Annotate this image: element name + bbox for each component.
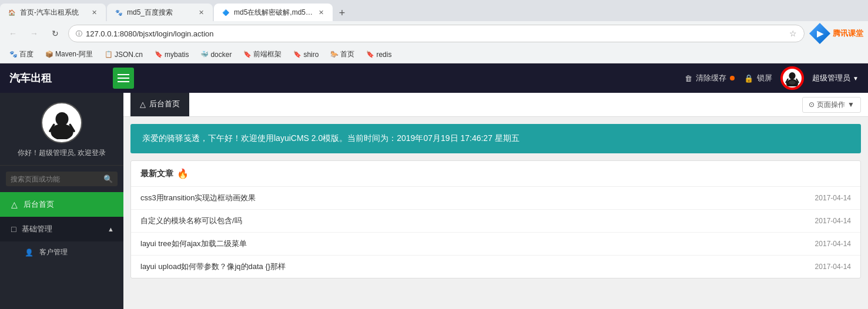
- admin-name-button[interactable]: 超级管理员 ▼: [812, 73, 859, 83]
- admin-avatar-container: [782, 68, 803, 89]
- svg-point-4: [789, 80, 795, 85]
- address-bar: ← → ↻ ⓘ 127.0.0.1:8080/bjsxt/login/login…: [0, 21, 868, 46]
- bookmark-docker[interactable]: 🐳 docker: [196, 49, 236, 60]
- bookmark-mybatis[interactable]: 🔖 mybatis: [150, 49, 193, 60]
- tab-1-favicon: 🏠: [7, 8, 16, 17]
- content-tabs-bar: △ 后台首页 ⊙ 页面操作 ▼: [123, 93, 868, 117]
- sidebar-item-basic-management[interactable]: □ 基础管理 ▲: [0, 217, 123, 241]
- sidebar-item-home[interactable]: △ 后台首页: [0, 192, 123, 217]
- content-tab-home-icon: △: [140, 100, 146, 109]
- article-row-3: layui tree如何ajax加载二级菜单 2017-04-14: [131, 233, 860, 256]
- svg-point-0: [789, 72, 795, 79]
- refresh-button[interactable]: ↻: [47, 25, 63, 42]
- customer-nav-icon: 👤: [25, 248, 33, 257]
- article-date-2: 2017-04-14: [798, 217, 851, 225]
- article-date-4: 2017-04-14: [798, 263, 851, 271]
- bookmark-mybatis-icon: 🔖: [155, 51, 163, 58]
- bookmark-shiro-icon: 🔖: [293, 51, 301, 58]
- page-actions: ⊙ 页面操作 ▼: [802, 97, 861, 113]
- hamburger-button[interactable]: [113, 68, 134, 89]
- bookmark-mybatis-label: mybatis: [165, 51, 189, 59]
- hamburger-line-1: [118, 74, 129, 75]
- sidebar-item-customer[interactable]: 👤 客户管理: [0, 241, 123, 263]
- bookmark-maven-icon: 📦: [45, 51, 53, 58]
- bookmark-maven-label: Maven-阿里: [55, 49, 93, 59]
- bookmark-shiro[interactable]: 🔖 shiro: [289, 49, 323, 60]
- welcome-banner: 亲爱的骑驿笺透，下午好！欢迎使用layuiCMS 2.0模版。当前时间为：201…: [130, 124, 861, 153]
- bookmark-redis[interactable]: 🔖 redis: [361, 49, 396, 60]
- articles-header: 最新文章 🔥: [131, 161, 860, 187]
- tab-bar: 🏠 首页-汽车出租系统 ✕ 🐾 md5_百度搜索 ✕ 🔷 md5在线解密破解,m…: [0, 0, 868, 21]
- bookmark-docker-label: docker: [210, 51, 232, 59]
- url-bar[interactable]: ⓘ 127.0.0.1:8080/bjsxt/login/login.actio…: [68, 25, 805, 42]
- search-icon[interactable]: 🔍: [103, 174, 113, 183]
- sidebar-search-bar[interactable]: 🔍: [6, 172, 118, 186]
- bookmark-baidu[interactable]: 🐾 百度: [5, 48, 38, 61]
- app-logo: 汽车出租: [9, 71, 103, 85]
- bookmark-home-icon: 🐎: [330, 51, 339, 58]
- bookmark-baidu-label: 百度: [19, 49, 33, 59]
- article-row-2: 自定义的模块名称可以包含/吗 2017-04-14: [131, 210, 860, 233]
- page-action-icon: ⊙: [809, 100, 815, 109]
- lock-screen-label: 锁屏: [757, 73, 772, 83]
- tab-1-close[interactable]: ✕: [89, 8, 99, 17]
- sidebar-customer-label: 客户管理: [39, 247, 68, 257]
- page-action-button[interactable]: ⊙ 页面操作 ▼: [802, 97, 861, 113]
- bookmark-shiro-label: shiro: [303, 51, 319, 59]
- articles-title-text: 最新文章: [140, 169, 173, 179]
- tab-1[interactable]: 🏠 首页-汽车出租系统 ✕: [0, 4, 106, 21]
- sidebar-user-section: 你好！超级管理员, 欢迎登录: [0, 93, 123, 166]
- admin-name-text: 超级管理员: [812, 73, 850, 83]
- lock-icon: 🔒: [744, 74, 753, 83]
- new-tab-button[interactable]: +: [334, 5, 350, 21]
- basic-mgmt-nav-icon: □: [11, 224, 16, 234]
- bookmark-maven[interactable]: 📦 Maven-阿里: [41, 48, 98, 61]
- tab-2[interactable]: 🐾 md5_百度搜索 ✕: [107, 4, 213, 21]
- article-row-1: css3用transition实现边框动画效果 2017-04-14: [131, 187, 860, 210]
- tab-2-favicon: 🐾: [114, 8, 123, 17]
- admin-avatar[interactable]: [782, 68, 803, 89]
- sidebar-nav: △ 后台首页 □ 基础管理 ▲ 👤 客户管理: [0, 192, 123, 309]
- bookmark-json-label: JSON.cn: [115, 51, 143, 59]
- app-header: 汽车出租 🗑 清除缓存 🔒 锁屏: [0, 63, 868, 93]
- bookmarks-bar: 🐾 百度 📦 Maven-阿里 📋 JSON.cn 🔖 mybatis 🐳 do…: [0, 46, 868, 63]
- back-button[interactable]: ←: [5, 25, 21, 42]
- hamburger-line-2: [118, 78, 129, 79]
- bookmark-docker-icon: 🐳: [200, 51, 209, 58]
- article-title-2: 自定义的模块名称可以包含/吗: [140, 216, 798, 226]
- article-title-3: layui tree如何ajax加载二级菜单: [140, 239, 798, 249]
- tab-2-label: md5_百度搜索: [127, 8, 173, 18]
- clear-cache-button[interactable]: 🗑 清除缓存: [685, 73, 735, 83]
- sidebar-avatar: [41, 102, 82, 143]
- forward-button[interactable]: →: [26, 25, 42, 42]
- admin-avatar-image: [784, 70, 800, 86]
- tencent-diamond-icon: ▶: [809, 23, 830, 44]
- bookmark-home[interactable]: 🐎 首页: [326, 48, 359, 61]
- article-title-1: css3用transition实现边框动画效果: [140, 193, 798, 203]
- orange-dot-indicator: [730, 76, 735, 80]
- bookmark-frontend[interactable]: 🔖 前端框架: [239, 48, 286, 61]
- sidebar-home-label: 后台首页: [24, 199, 54, 210]
- articles-section: 最新文章 🔥 css3用transition实现边框动画效果 2017-04-1…: [130, 160, 861, 278]
- bookmark-home-label: 首页: [340, 49, 354, 59]
- page-action-dropdown-icon: ▼: [847, 100, 854, 109]
- app-container: 汽车出租 🗑 清除缓存 🔒 锁屏: [0, 63, 868, 309]
- bookmark-baidu-icon: 🐾: [9, 51, 18, 58]
- app-body: 你好！超级管理员, 欢迎登录 🔍 △ 后台首页 □ 基础管理 ▲ 👤 客户管: [0, 93, 868, 309]
- tab-3[interactable]: 🔷 md5在线解密破解,md5解密加密 ✕: [214, 4, 333, 21]
- tab-2-close[interactable]: ✕: [196, 8, 206, 17]
- basic-mgmt-expand-icon: ▲: [108, 226, 114, 233]
- tencent-logo: ▶ 腾讯课堂: [809, 23, 863, 44]
- url-star-icon[interactable]: ☆: [789, 29, 797, 38]
- welcome-message-text: 亲爱的骑驿笺透，下午好！欢迎使用layuiCMS 2.0模版。当前时间为：201…: [142, 133, 520, 143]
- sidebar-avatar-image: [46, 107, 78, 139]
- hamburger-line-3: [118, 81, 129, 82]
- bookmark-json[interactable]: 📋 JSON.cn: [100, 49, 148, 60]
- tab-1-label: 首页-汽车出租系统: [20, 8, 79, 18]
- lock-screen-button[interactable]: 🔒 锁屏: [744, 73, 772, 83]
- sidebar-search-input[interactable]: [11, 175, 100, 183]
- tab-3-close[interactable]: ✕: [316, 8, 326, 17]
- tab-3-favicon: 🔷: [221, 8, 230, 17]
- content-tab-home[interactable]: △ 后台首页: [130, 93, 189, 116]
- clear-cache-label: 清除缓存: [696, 73, 726, 83]
